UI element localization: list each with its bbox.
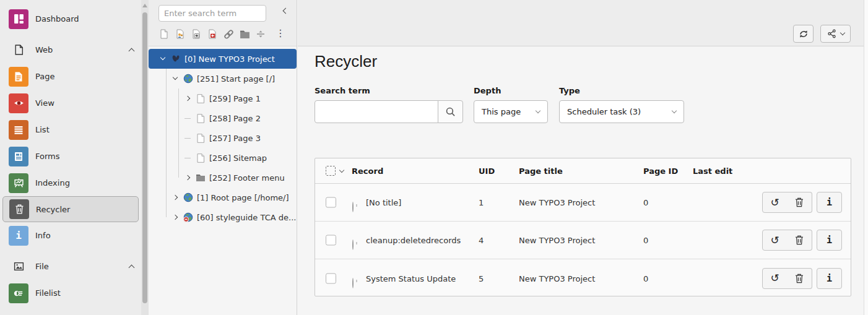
sidebar-section-label: Web xyxy=(35,45,53,54)
chevron-down-icon xyxy=(173,75,178,80)
sidebar-item-label: Indexing xyxy=(35,178,70,188)
tree-node-label: [258] Page 2 xyxy=(209,114,261,123)
column-header-last-edit[interactable]: Last edit xyxy=(693,166,732,176)
search-button[interactable] xyxy=(438,100,463,123)
sidebar-section-file[interactable]: File xyxy=(0,253,141,280)
tree-node-root[interactable]: [0] New TYPO3 Project xyxy=(149,49,297,69)
refresh-button[interactable] xyxy=(793,25,814,43)
delete-button[interactable] xyxy=(787,192,812,213)
info-button[interactable]: i xyxy=(817,230,842,251)
dashboard-icon xyxy=(9,9,28,29)
row-checkbox[interactable] xyxy=(326,273,336,283)
delete-button[interactable] xyxy=(787,268,812,289)
column-header-uid[interactable]: UID xyxy=(479,166,495,176)
chevron-right-icon xyxy=(173,215,178,220)
sidebar-item-view[interactable]: View xyxy=(0,90,141,116)
column-header-page-title[interactable]: Page title xyxy=(519,166,563,176)
chevron-right-icon xyxy=(185,175,190,180)
column-header-record[interactable]: Record xyxy=(352,166,383,176)
tree-node-label: [60] styleguide TCA de... xyxy=(197,213,296,222)
type-select[interactable]: Scheduler task (3) xyxy=(559,100,684,123)
new-shortcut-page-icon[interactable] xyxy=(191,28,202,40)
scheduler-task-icon xyxy=(352,202,354,212)
web-document-icon xyxy=(9,45,28,55)
tree-node-label: [251] Start page [/] xyxy=(197,74,275,84)
tree-node-sitemap[interactable]: [256] Sitemap xyxy=(149,148,297,168)
chevron-right-icon xyxy=(185,96,190,101)
depth-select[interactable]: This page xyxy=(474,100,548,123)
restore-button[interactable]: ↺ xyxy=(762,192,788,213)
sidebar-item-label: List xyxy=(35,125,50,134)
record-page-id: 0 xyxy=(643,236,648,245)
new-mountpoint-page-icon[interactable] xyxy=(207,28,218,40)
share-button[interactable] xyxy=(820,25,851,43)
trash-icon xyxy=(795,235,804,245)
sidebar-item-filelist[interactable]: Filelist xyxy=(0,280,141,306)
chevron-up-icon[interactable] xyxy=(129,48,135,54)
scrollbar-thumb[interactable] xyxy=(142,12,147,303)
tree-node-styleguide[interactable]: [60] styleguide TCA de... xyxy=(149,207,297,227)
collapse-tree-icon[interactable] xyxy=(283,8,289,14)
tree-node-footer-menu[interactable]: [252] Footer menu xyxy=(149,168,297,188)
scheduler-task-icon xyxy=(352,239,354,250)
link-icon[interactable] xyxy=(223,28,234,40)
content-scrollbar-track[interactable] xyxy=(864,0,868,315)
tree-node-label: [0] New TYPO3 Project xyxy=(184,54,275,64)
sidebar-item-label: Dashboard xyxy=(35,14,79,24)
sidebar-item-list[interactable]: List xyxy=(0,116,141,143)
tree-node-label: [1] Root page [/home/] xyxy=(197,193,289,202)
record-uid: 1 xyxy=(479,198,484,207)
new-backend-user-section-page-icon[interactable] xyxy=(175,28,186,40)
tree-node-page-1[interactable]: [259] Page 1 xyxy=(149,88,297,108)
info-button[interactable]: i xyxy=(817,192,842,213)
restore-button[interactable]: ↺ xyxy=(762,268,788,289)
recycler-table: Record UID Page title Page ID Last edit … xyxy=(315,158,851,296)
tree-search-input[interactable] xyxy=(158,5,266,22)
typo3-logo-icon xyxy=(171,54,181,64)
refresh-icon xyxy=(799,29,809,39)
module-menu: Dashboard Web Page View List Forms xyxy=(0,0,141,315)
tree-node-start-page[interactable]: [251] Start page [/] xyxy=(149,69,297,88)
info-button[interactable]: i xyxy=(817,268,842,289)
sidebar-item-recycler[interactable]: Recycler xyxy=(2,196,139,222)
sidebar-item-forms[interactable]: Forms xyxy=(0,143,141,170)
sidebar-section-web[interactable]: Web xyxy=(0,37,141,63)
row-checkbox[interactable] xyxy=(326,235,336,246)
chevron-down-icon xyxy=(536,108,540,113)
delete-button[interactable] xyxy=(787,230,812,251)
tree-more-options-icon[interactable]: ⋮ xyxy=(276,27,285,39)
restore-button[interactable]: ↺ xyxy=(762,230,788,251)
site-globe-icon xyxy=(183,192,193,202)
tree-node-label: [259] Page 1 xyxy=(209,94,261,103)
page-doc-icon xyxy=(196,133,206,143)
sidebar-item-indexing[interactable]: Indexing xyxy=(0,170,141,196)
selection-dropdown-chevron-icon[interactable] xyxy=(339,168,344,173)
scroll-up-arrow-icon[interactable] xyxy=(142,4,147,7)
table-row: [No title] 1 New TYPO3 Project 0 ↺ i xyxy=(315,184,851,222)
sidebar-item-info[interactable]: i Info xyxy=(0,222,141,249)
sidebar-item-label: Filelist xyxy=(35,288,61,298)
recycler-trash-icon xyxy=(9,199,29,219)
chevron-down-icon xyxy=(672,108,677,113)
select-all-checkbox[interactable] xyxy=(326,166,336,176)
info-icon: i xyxy=(9,226,28,246)
search-term-input[interactable] xyxy=(315,100,438,123)
new-folder-icon[interactable] xyxy=(239,28,250,40)
sidebar-item-dashboard[interactable]: Dashboard xyxy=(0,6,141,32)
sidebar-item-label: Page xyxy=(35,72,54,81)
trash-icon xyxy=(795,197,804,207)
column-header-page-id[interactable]: Page ID xyxy=(643,166,678,176)
record-uid: 5 xyxy=(479,274,484,283)
module-menu-scrollbar[interactable] xyxy=(141,0,149,315)
chevron-up-icon[interactable] xyxy=(129,265,135,271)
tree-node-root-page[interactable]: [1] Root page [/home/] xyxy=(149,188,297,207)
row-checkbox[interactable] xyxy=(326,197,336,208)
sidebar-item-page[interactable]: Page xyxy=(0,63,141,90)
new-page-icon[interactable] xyxy=(158,28,170,40)
record-title: [No title] xyxy=(366,198,401,207)
tree-node-page-2[interactable]: [258] Page 2 xyxy=(149,108,297,128)
tree-node-page-3[interactable]: [257] Page 3 xyxy=(149,128,297,148)
menu-separator-icon[interactable] xyxy=(255,28,266,40)
sidebar-section-label: File xyxy=(35,262,49,271)
search-icon xyxy=(445,106,456,117)
